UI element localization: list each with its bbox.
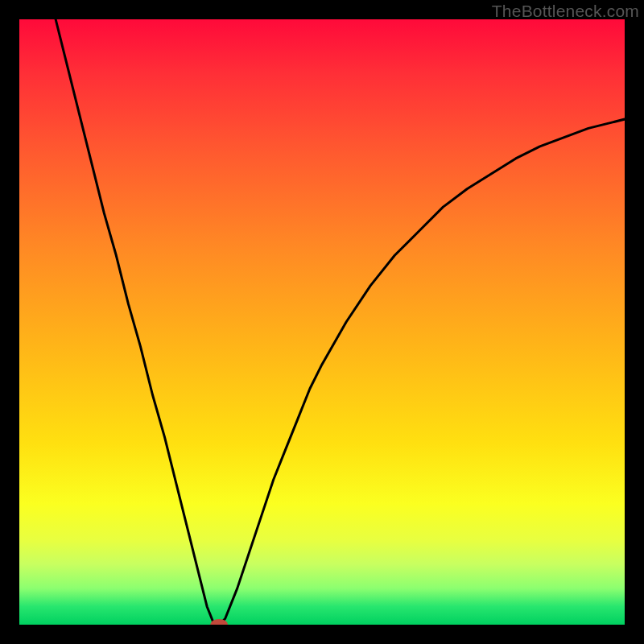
optimum-marker [210, 619, 228, 625]
curve-group [56, 19, 625, 625]
watermark-text: TheBottleneck.com [492, 2, 639, 21]
chart-container: TheBottleneck.com [0, 0, 644, 644]
curve-svg [19, 19, 625, 625]
bottleneck-curve [56, 19, 625, 625]
plot-area [19, 19, 625, 625]
